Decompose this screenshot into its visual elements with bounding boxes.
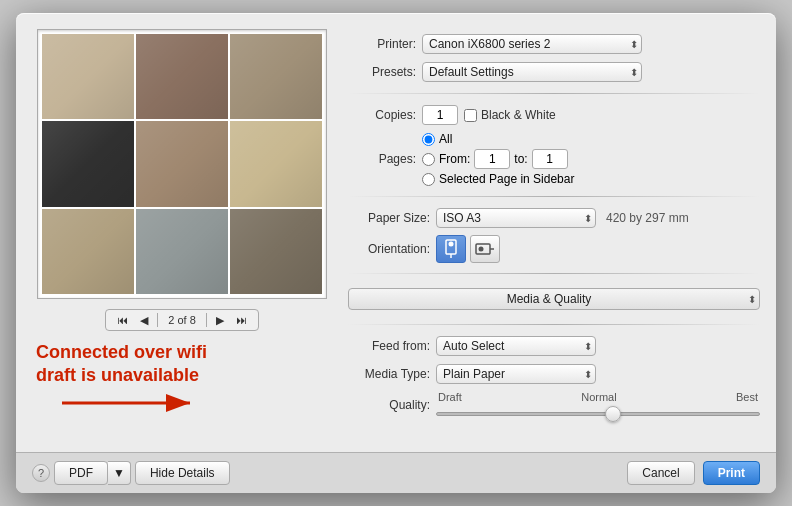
paper-size-dimensions: 420 by 297 mm xyxy=(606,211,689,225)
section-select[interactable]: Media & Quality xyxy=(348,288,760,310)
media-type-row: Media Type: Plain Paper xyxy=(348,363,760,385)
presets-select-wrapper: Default Settings xyxy=(422,62,642,82)
prev-page-button[interactable]: ◀ xyxy=(137,314,151,327)
separator-1 xyxy=(348,93,760,94)
pages-all-row: All xyxy=(422,132,574,146)
paper-size-select[interactable]: ISO A3 xyxy=(436,208,596,228)
pages-to-label: to: xyxy=(514,152,527,166)
pages-sidebar-label: Selected Page in Sidebar xyxy=(439,172,574,186)
svg-point-7 xyxy=(479,247,484,252)
feed-from-select[interactable]: Auto Select xyxy=(436,336,596,356)
presets-select[interactable]: Default Settings xyxy=(422,62,642,82)
bw-checkbox-label: Black & White xyxy=(464,108,556,122)
paper-size-select-wrapper: ISO A3 xyxy=(436,208,596,228)
draft-label: Draft xyxy=(438,391,462,403)
hide-details-button[interactable]: Hide Details xyxy=(135,461,230,485)
paper-size-row: Paper Size: ISO A3 420 by 297 mm xyxy=(348,207,760,229)
orientation-row: Orientation: xyxy=(348,235,760,263)
portrait-icon xyxy=(443,239,459,259)
page-info: 2 of 8 xyxy=(164,314,200,326)
separator-4 xyxy=(348,324,760,325)
pages-from-input[interactable] xyxy=(474,149,510,169)
pages-row: Pages: All From: to: Se xyxy=(348,132,760,186)
pdf-group: PDF ▼ xyxy=(54,461,131,485)
preview-cell-4 xyxy=(42,121,134,206)
left-panel: ⏮ ◀ 2 of 8 ▶ ⏭ Connected over wifi draft… xyxy=(32,29,332,436)
red-arrow-icon xyxy=(62,388,202,418)
page-navigation: ⏮ ◀ 2 of 8 ▶ ⏭ xyxy=(105,309,259,331)
footer-left: ? PDF ▼ Hide Details xyxy=(32,461,230,485)
section-dropdown-container: Media & Quality xyxy=(348,288,760,310)
print-dialog: ⏮ ◀ 2 of 8 ▶ ⏭ Connected over wifi draft… xyxy=(16,13,776,493)
printer-row: Printer: Canon iX6800 series 2 xyxy=(348,33,760,55)
separator-3 xyxy=(348,273,760,274)
pages-range-row: From: to: xyxy=(422,149,574,169)
preview-cell-7 xyxy=(42,209,134,294)
arrow-container xyxy=(32,388,202,421)
pages-group: All From: to: Selected Page in Sidebar xyxy=(422,132,574,186)
quality-label: Quality: xyxy=(348,398,430,412)
feed-from-label: Feed from: xyxy=(348,339,430,353)
pages-range-radio[interactable] xyxy=(422,153,435,166)
nav-divider xyxy=(157,313,158,327)
quality-slider-container: Draft Normal Best xyxy=(436,391,760,419)
wifi-message: Connected over wifi draft is unavailable xyxy=(32,341,207,388)
quality-labels: Draft Normal Best xyxy=(436,391,760,403)
pages-to-input[interactable] xyxy=(532,149,568,169)
pdf-button[interactable]: PDF xyxy=(54,461,108,485)
pages-all-label: All xyxy=(439,132,452,146)
media-type-label: Media Type: xyxy=(348,367,430,381)
presets-row: Presets: Default Settings xyxy=(348,61,760,83)
next-page-button[interactable]: ▶ xyxy=(213,314,227,327)
pdf-dropdown-button[interactable]: ▼ xyxy=(108,461,131,485)
preview-cell-3 xyxy=(230,34,322,119)
copies-input[interactable] xyxy=(422,105,458,125)
cancel-button[interactable]: Cancel xyxy=(627,461,694,485)
copies-label: Copies: xyxy=(348,108,416,122)
portrait-button[interactable] xyxy=(436,235,466,263)
help-button[interactable]: ? xyxy=(32,464,50,482)
svg-point-4 xyxy=(449,242,454,247)
preview-cell-5 xyxy=(136,121,228,206)
printer-select[interactable]: Canon iX6800 series 2 xyxy=(422,34,642,54)
quality-slider[interactable] xyxy=(436,412,760,416)
footer-right: Cancel Print xyxy=(627,461,760,485)
first-page-button[interactable]: ⏮ xyxy=(114,314,131,327)
pages-all-radio[interactable] xyxy=(422,133,435,146)
wifi-line1: Connected over wifi xyxy=(36,341,207,364)
bw-checkbox[interactable] xyxy=(464,109,477,122)
landscape-button[interactable] xyxy=(470,235,500,263)
print-button[interactable]: Print xyxy=(703,461,760,485)
media-type-select-wrapper: Plain Paper xyxy=(436,364,596,384)
wifi-line2: draft is unavailable xyxy=(36,364,207,387)
feed-from-row: Feed from: Auto Select xyxy=(348,335,760,357)
media-type-select[interactable]: Plain Paper xyxy=(436,364,596,384)
copies-row: Copies: Black & White xyxy=(348,104,760,126)
quality-row: Quality: Draft Normal Best xyxy=(348,391,760,419)
preview-cell-8 xyxy=(136,209,228,294)
nav-divider-2 xyxy=(206,313,207,327)
preview-cell-6 xyxy=(230,121,322,206)
printer-label: Printer: xyxy=(348,37,416,51)
printer-select-wrapper: Canon iX6800 series 2 xyxy=(422,34,642,54)
last-page-button[interactable]: ⏭ xyxy=(233,314,250,327)
separator-2 xyxy=(348,196,760,197)
paper-size-label: Paper Size: xyxy=(348,211,430,225)
orientation-buttons xyxy=(436,235,500,263)
pdf-arrow-icon: ▼ xyxy=(113,466,125,480)
right-panel: Printer: Canon iX6800 series 2 Presets: … xyxy=(348,29,760,436)
feed-from-select-wrapper: Auto Select xyxy=(436,336,596,356)
best-label: Best xyxy=(736,391,758,403)
bw-label: Black & White xyxy=(481,108,556,122)
preview-cell-2 xyxy=(136,34,228,119)
landscape-icon xyxy=(475,241,495,257)
normal-label: Normal xyxy=(581,391,616,403)
pages-label: Pages: xyxy=(348,152,416,166)
orientation-label: Orientation: xyxy=(348,242,430,256)
pages-sidebar-radio[interactable] xyxy=(422,173,435,186)
pages-sidebar-row: Selected Page in Sidebar xyxy=(422,172,574,186)
preview-cell-9 xyxy=(230,209,322,294)
dialog-footer: ? PDF ▼ Hide Details Cancel Print xyxy=(16,452,776,493)
presets-label: Presets: xyxy=(348,65,416,79)
section-select-wrapper: Media & Quality xyxy=(348,288,760,310)
